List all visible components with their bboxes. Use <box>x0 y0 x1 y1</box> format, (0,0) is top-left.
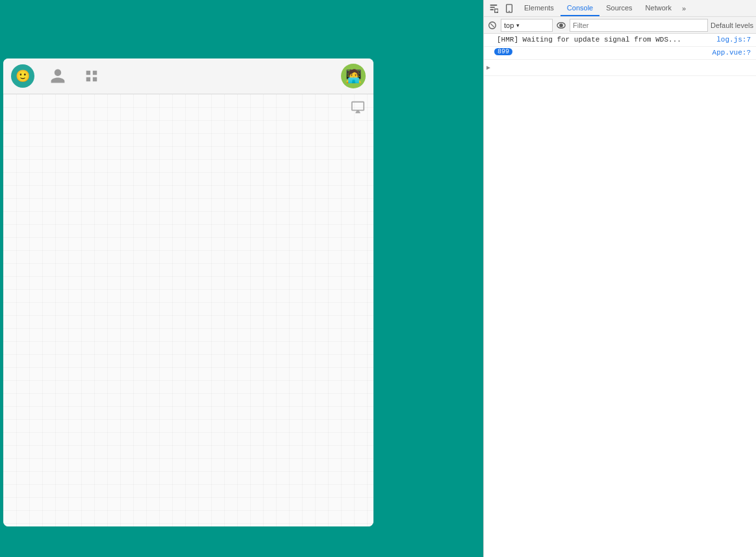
user-icon[interactable] <box>47 66 68 86</box>
row-content-1: [HMR] Waiting for update signal from WDS… <box>494 35 714 44</box>
eye-icon <box>557 21 566 30</box>
avatar-emoji: 🧑‍💻 <box>346 68 362 84</box>
devtools-tabs: Elements Console Sources Network » <box>518 0 753 16</box>
grid-svg <box>84 69 99 83</box>
tab-network[interactable]: Network <box>639 0 678 16</box>
console-toolbar: top ▾ Default levels <box>484 17 756 34</box>
clear-console-button[interactable] <box>486 19 498 31</box>
monitor-svg <box>351 100 365 114</box>
tab-elements[interactable]: Elements <box>518 0 561 16</box>
row-content-2 <box>515 48 710 49</box>
monitor-icon[interactable] <box>350 99 366 115</box>
chat-header-left: 🙂 <box>11 64 102 88</box>
console-row: [HMR] Waiting for update signal from WDS… <box>484 34 756 47</box>
chat-body <box>3 94 373 526</box>
grid-icon[interactable] <box>81 66 102 86</box>
device-icon <box>505 4 513 13</box>
avatar[interactable]: 🧑‍💻 <box>341 64 366 88</box>
chat-panel: 🙂 🧑‍💻 <box>3 58 373 526</box>
svg-line-5 <box>490 23 494 27</box>
live-expressions-button[interactable] <box>555 19 567 31</box>
clear-icon <box>488 21 497 30</box>
context-arrow: ▾ <box>516 22 520 29</box>
filter-input[interactable] <box>570 19 708 32</box>
row-source-1[interactable]: log.js:7 <box>714 35 756 44</box>
chat-body-grid <box>3 94 373 526</box>
devtools-panel: Elements Console Sources Network » top ▾ <box>483 0 756 557</box>
device-toggle-button[interactable] <box>502 1 516 16</box>
inspect-icon <box>489 4 498 13</box>
tab-console[interactable]: Console <box>561 0 599 16</box>
console-output: [HMR] Waiting for update signal from WDS… <box>484 34 756 557</box>
default-levels-dropdown[interactable]: Default levels <box>711 21 753 29</box>
row-count-badge: 899 <box>494 48 512 55</box>
devtools-more-tabs[interactable]: » <box>678 5 690 12</box>
chat-emoji-icon[interactable]: 🙂 <box>11 64 34 88</box>
expand-arrow[interactable]: ▶ <box>484 61 493 74</box>
user-svg <box>49 68 66 84</box>
inspect-button[interactable] <box>486 1 501 16</box>
emoji-face: 🙂 <box>16 69 30 83</box>
app-background: 🙂 🧑‍💻 <box>0 0 483 557</box>
console-expand-row: ▶ <box>484 60 756 76</box>
context-value: top <box>504 21 514 29</box>
context-selector[interactable]: top ▾ <box>501 19 553 32</box>
console-row: 899 App.vue:? <box>484 47 756 60</box>
svg-point-7 <box>560 23 562 26</box>
row-source-2[interactable]: App.vue:? <box>710 48 756 57</box>
tab-sources[interactable]: Sources <box>599 0 638 16</box>
chat-header: 🙂 🧑‍💻 <box>3 58 373 94</box>
devtools-toolbar: Elements Console Sources Network » <box>484 0 756 17</box>
